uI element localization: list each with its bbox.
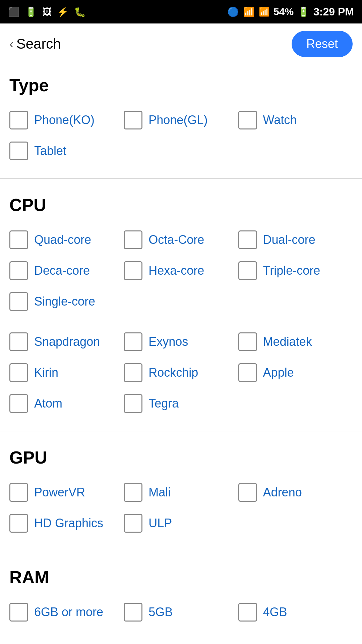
back-button[interactable]: ‹ Search <box>9 36 61 52</box>
checkbox-phone-gl[interactable]: Phone(GL) <box>124 105 238 136</box>
checkbox-phone-ko-box[interactable] <box>9 111 28 129</box>
checkbox-kirin[interactable]: Kirin <box>9 357 124 388</box>
checkbox-adreno[interactable]: Adreno <box>238 477 353 508</box>
checkbox-ulp[interactable]: ULP <box>124 508 238 539</box>
checkbox-adreno-box[interactable] <box>238 483 257 502</box>
checkbox-tegra-box[interactable] <box>124 394 142 413</box>
type-checkbox-grid: Phone(KO) Phone(GL) Watch Tablet <box>9 105 353 166</box>
cpu-section-title: CPU <box>9 195 353 215</box>
status-bar-icons: ⬛ 🔋 🖼 ⚡ 🐛 <box>8 6 86 17</box>
checkbox-6gb-or-more-label: 6GB or more <box>34 605 103 619</box>
checkbox-quad-core-box[interactable] <box>9 230 28 249</box>
reset-button[interactable]: Reset <box>292 31 353 57</box>
checkbox-4gb[interactable]: 4GB <box>238 597 353 628</box>
checkbox-exynos-box[interactable] <box>124 332 142 351</box>
checkbox-octa-core[interactable]: Octa-Core <box>124 224 238 255</box>
checkbox-tablet[interactable]: Tablet <box>9 136 124 166</box>
checkbox-deca-core-box[interactable] <box>9 261 28 280</box>
checkbox-snapdragon[interactable]: Snapdragon <box>9 326 124 357</box>
checkbox-apple-label: Apple <box>263 366 294 380</box>
checkbox-adreno-label: Adreno <box>263 485 302 499</box>
type-section: Type Phone(KO) Phone(GL) Watch Tablet <box>0 64 362 173</box>
cpu-inner-divider <box>9 317 353 326</box>
checkbox-octa-core-label: Octa-Core <box>148 233 204 247</box>
checkbox-4gb-box[interactable] <box>238 603 257 622</box>
checkbox-6gb-or-more[interactable]: 6GB or more <box>9 597 124 628</box>
checkbox-triple-core[interactable]: Triple-core <box>238 255 353 286</box>
usb-icon-2: ⚡ <box>57 6 69 17</box>
usb-icon: 🔋 <box>25 6 37 17</box>
status-bar: ⬛ 🔋 🖼 ⚡ 🐛 🔵 📶 📶 54% 🔋 3:29 PM <box>0 0 362 23</box>
time: 3:29 PM <box>313 6 354 18</box>
cpu-core-grid: Quad-core Octa-Core Dual-core Deca-core … <box>9 224 353 317</box>
checkbox-mediatek-box[interactable] <box>238 332 257 351</box>
checkbox-powervr-label: PowerVR <box>34 485 85 499</box>
checkbox-snapdragon-label: Snapdragon <box>34 335 100 349</box>
checkbox-hd-graphics[interactable]: HD Graphics <box>9 508 124 539</box>
ram-checkbox-grid: 6GB or more 5GB 4GB <box>9 597 353 628</box>
checkbox-rockchip[interactable]: Rockchip <box>124 357 238 388</box>
checkbox-phone-ko[interactable]: Phone(KO) <box>9 105 124 136</box>
checkbox-phone-gl-label: Phone(GL) <box>148 113 207 127</box>
signal-icon: 📶 <box>259 7 269 17</box>
checkbox-atom-box[interactable] <box>9 394 28 413</box>
checkbox-single-core-box[interactable] <box>9 292 28 311</box>
gpu-checkbox-grid: PowerVR Mali Adreno HD Graphics ULP <box>9 477 353 539</box>
bluetooth-icon: 🔵 <box>227 6 239 17</box>
nav-title: Search <box>16 36 61 52</box>
checkbox-rockchip-box[interactable] <box>124 363 142 382</box>
checkbox-mali-box[interactable] <box>124 483 142 502</box>
gpu-section-title: GPU <box>9 447 353 468</box>
checkbox-hexa-core-box[interactable] <box>124 261 142 280</box>
checkbox-5gb-box[interactable] <box>124 603 142 622</box>
checkbox-watch-label: Watch <box>263 113 297 127</box>
ram-section: RAM 6GB or more 5GB 4GB <box>0 556 362 634</box>
checkbox-tegra[interactable]: Tegra <box>124 388 238 419</box>
checkbox-watch-box[interactable] <box>238 111 257 129</box>
divider-type-cpu <box>0 178 362 179</box>
checkbox-rockchip-label: Rockchip <box>148 366 198 380</box>
checkbox-mediatek[interactable]: Mediatek <box>238 326 353 357</box>
checkbox-5gb-label: 5GB <box>148 605 173 619</box>
back-arrow-icon: ‹ <box>9 37 14 51</box>
debug-icon: 🐛 <box>74 6 86 17</box>
checkbox-snapdragon-box[interactable] <box>9 332 28 351</box>
checkbox-hd-graphics-label: HD Graphics <box>34 516 103 530</box>
checkbox-phone-gl-box[interactable] <box>124 111 142 129</box>
type-section-title: Type <box>9 75 353 95</box>
checkbox-atom[interactable]: Atom <box>9 388 124 419</box>
checkbox-octa-core-box[interactable] <box>124 230 142 249</box>
checkbox-tablet-label: Tablet <box>34 144 66 158</box>
checkbox-watch[interactable]: Watch <box>238 105 353 136</box>
checkbox-mali[interactable]: Mali <box>124 477 238 508</box>
checkbox-powervr-box[interactable] <box>9 483 28 502</box>
divider-cpu-gpu <box>0 431 362 431</box>
checkbox-powervr[interactable]: PowerVR <box>9 477 124 508</box>
checkbox-hexa-core[interactable]: Hexa-core <box>124 255 238 286</box>
checkbox-hd-graphics-box[interactable] <box>9 514 28 533</box>
checkbox-dual-core-box[interactable] <box>238 230 257 249</box>
checkbox-quad-core-label: Quad-core <box>34 233 91 247</box>
checkbox-tablet-box[interactable] <box>9 142 28 160</box>
checkbox-triple-core-box[interactable] <box>238 261 257 280</box>
wifi-icon: 📶 <box>243 6 255 17</box>
checkbox-5gb[interactable]: 5GB <box>124 597 238 628</box>
checkbox-kirin-label: Kirin <box>34 366 58 380</box>
divider-gpu-ram <box>0 551 362 551</box>
checkbox-ulp-label: ULP <box>148 516 172 530</box>
checkbox-apple-box[interactable] <box>238 363 257 382</box>
checkbox-deca-core[interactable]: Deca-core <box>9 255 124 286</box>
checkbox-dual-core[interactable]: Dual-core <box>238 224 353 255</box>
checkbox-apple[interactable]: Apple <box>238 357 353 388</box>
checkbox-tegra-label: Tegra <box>148 396 179 411</box>
checkbox-single-core-label: Single-core <box>34 294 95 309</box>
checkbox-exynos[interactable]: Exynos <box>124 326 238 357</box>
checkbox-kirin-box[interactable] <box>9 363 28 382</box>
checkbox-single-core[interactable]: Single-core <box>9 286 124 317</box>
checkbox-6gb-or-more-box[interactable] <box>9 603 28 622</box>
checkbox-ulp-box[interactable] <box>124 514 142 533</box>
checkbox-quad-core[interactable]: Quad-core <box>9 224 124 255</box>
checkbox-dual-core-label: Dual-core <box>263 233 315 247</box>
checkbox-triple-core-label: Triple-core <box>263 264 320 278</box>
image-icon: 🖼 <box>42 6 52 17</box>
